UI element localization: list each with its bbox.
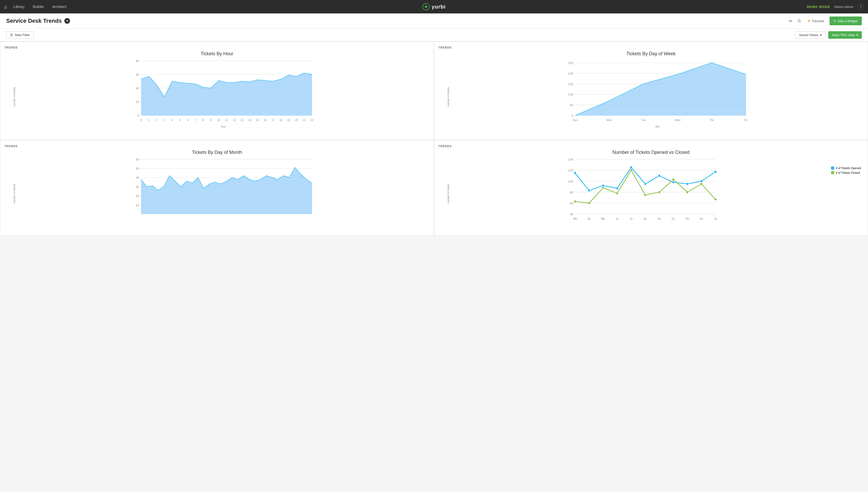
svg-text:6: 6 [187, 119, 188, 122]
svg-text:16: 16 [264, 119, 267, 122]
svg-text:10: 10 [136, 203, 140, 207]
add-widget-button[interactable]: + Add a Widget [829, 17, 862, 25]
svg-text:30: 30 [136, 185, 140, 189]
filter-right: Saved Views ▾ Save This View ▾ [795, 31, 862, 39]
svg-point-89 [588, 189, 590, 192]
svg-text:100: 100 [568, 180, 573, 183]
svg-text:Ja: Ja [714, 217, 717, 220]
svg-text:80: 80 [570, 191, 573, 194]
legend-item: # of Tickets Closed [831, 171, 861, 174]
svg-point-92 [630, 166, 632, 169]
chart-legend-3: # of Tickets Opened# of Tickets Closed [831, 167, 861, 176]
favorite-button[interactable]: ★ Favorite [805, 17, 827, 25]
svg-text:60: 60 [136, 158, 140, 161]
legend-item: # of Tickets Opened [831, 167, 861, 170]
svg-text:3: 3 [164, 119, 165, 122]
star-icon: ★ [807, 19, 811, 23]
svg-point-96 [686, 183, 688, 185]
svg-text:10: 10 [217, 119, 220, 122]
chart-label-3: TRENDS [438, 145, 864, 148]
legend-series-label: # of Tickets Closed [836, 171, 860, 174]
svg-text:4: 4 [171, 119, 173, 122]
navbar: ⌂ Library Builder Architect yurbi DEMO M… [0, 0, 868, 14]
home-icon[interactable]: ⌂ [4, 4, 7, 10]
title-dropdown-icon[interactable]: ▼ [64, 18, 70, 24]
y-axis-label-0: number of tickets [13, 87, 16, 106]
svg-text:60: 60 [136, 73, 140, 76]
svg-text:Se: Se [658, 217, 661, 220]
save-view-label: Save This View [832, 33, 855, 37]
svg-point-107 [686, 191, 688, 193]
y-axis-label-1: number of tickets [447, 87, 450, 106]
svg-point-106 [672, 178, 675, 181]
print-button[interactable]: ⎙ [796, 17, 802, 25]
svg-text:0: 0 [140, 119, 142, 122]
svg-text:Ju: Ju [630, 217, 633, 220]
svg-point-108 [700, 183, 702, 185]
new-filter-button[interactable]: ☰ New Filter [6, 31, 34, 39]
filter-icon: ☰ [10, 33, 13, 37]
svg-point-100 [588, 202, 590, 204]
new-filter-label: New Filter [15, 33, 30, 37]
chart-label-1: TRENDS [438, 46, 864, 49]
nav-links: Library Builder Architect [14, 5, 66, 9]
svg-text:Mon: Mon [607, 119, 612, 122]
chart-label-0: TRENDS [4, 46, 430, 49]
svg-text:20: 20 [295, 119, 298, 122]
svg-text:5: 5 [179, 119, 181, 122]
svg-text:Ju: Ju [616, 217, 618, 220]
y-axis-label-2: number of tickets [13, 184, 16, 203]
svg-text:200: 200 [568, 72, 573, 75]
svg-text:7: 7 [195, 119, 196, 122]
chart-panel-0: TRENDSTickets By Hournumber of tickets02… [0, 42, 434, 140]
title-row: Service Desk Trends ▼ [6, 18, 70, 24]
nav-logo: yurbi [422, 3, 446, 10]
svg-text:20: 20 [136, 194, 140, 198]
svg-text:Fri: Fri [745, 119, 748, 122]
svg-point-1 [425, 6, 427, 8]
svg-text:80: 80 [136, 59, 140, 63]
chart-title-1: Tickets By Day of Week [438, 51, 864, 56]
plus-icon: + [834, 19, 836, 23]
svg-point-95 [672, 181, 675, 183]
svg-text:14: 14 [248, 119, 251, 122]
svg-text:15: 15 [256, 119, 259, 122]
svg-point-103 [630, 169, 632, 171]
nav-library[interactable]: Library [14, 5, 25, 9]
area-chart-svg-0: 0204060800123456789101112131415161718192… [17, 57, 430, 125]
svg-text:100: 100 [568, 93, 573, 96]
svg-text:120: 120 [568, 169, 573, 172]
line-chart-svg-3: 406080100120140MaApMaJuJuAuSeOcNoDeJa [451, 156, 864, 223]
chart-panel-1: TRENDSTickets By Day of Weeknumber of ti… [434, 42, 868, 140]
chart-label-2: TRENDS [4, 145, 430, 148]
svg-point-98 [714, 171, 717, 173]
svg-point-94 [658, 174, 660, 177]
nav-builder[interactable]: Builder [33, 5, 44, 9]
svg-text:140: 140 [568, 158, 573, 161]
nav-user: Demo Admin [835, 5, 853, 9]
svg-text:Tue: Tue [641, 119, 646, 122]
svg-point-109 [714, 198, 717, 200]
svg-text:0: 0 [137, 114, 139, 118]
legend-color-swatch [831, 171, 834, 174]
chart-panel-3: TRENDSNumber of Tickets Opened vs Closed… [434, 140, 868, 236]
svg-text:40: 40 [136, 87, 140, 90]
y-axis-label-3: number of tickets [447, 184, 450, 203]
svg-point-104 [644, 194, 646, 196]
svg-text:18: 18 [279, 119, 282, 122]
svg-text:13: 13 [240, 119, 243, 122]
svg-text:Thr: Thr [710, 119, 714, 122]
nav-right: DEMO MODE Demo Admin ? [807, 4, 864, 10]
nav-architect[interactable]: Architect [52, 5, 66, 9]
save-view-button[interactable]: Save This View ▾ [828, 31, 862, 39]
saved-views-button[interactable]: Saved Views ▾ [795, 31, 826, 39]
charts-grid: TRENDSTickets By Hournumber of tickets02… [0, 42, 868, 236]
svg-text:Sun: Sun [572, 119, 578, 122]
chart-svg-container-0: 0204060800123456789101112131415161718192… [17, 57, 430, 125]
svg-text:60: 60 [570, 202, 573, 205]
chart-svg-container-3: 406080100120140MaApMaJuJuAuSeOcNoDeJa [451, 156, 864, 223]
favorite-label: Favorite [812, 19, 824, 23]
svg-text:250: 250 [568, 61, 573, 65]
help-icon[interactable]: ? [858, 4, 864, 10]
edit-button[interactable]: ✏ [788, 17, 794, 25]
